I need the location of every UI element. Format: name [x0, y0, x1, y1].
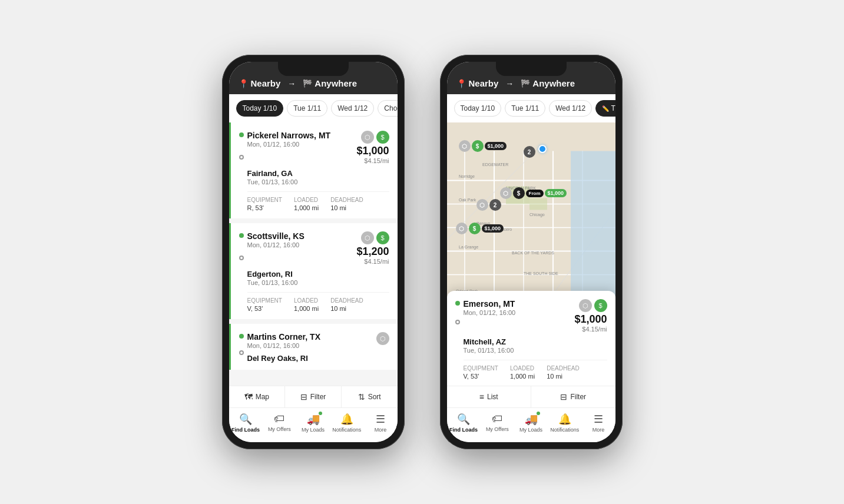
my-offers-label-1: My Offers — [268, 426, 291, 432]
sort-label-1: Sort — [368, 393, 381, 401]
phone-2-notch — [496, 62, 567, 76]
load-2-loaded-val: 1,000 mi — [294, 305, 319, 312]
more-icon-2: ☰ — [594, 413, 603, 426]
filter-btn-1[interactable]: ⊟ Filter — [285, 386, 342, 407]
map-card-dest: Mitchell, AZ — [464, 337, 607, 346]
tab-wed-2[interactable]: Wed 1/12 — [549, 100, 592, 117]
map-card-dollar-icon: $ — [594, 299, 607, 312]
load-1-per-mile: $4.15/mi — [356, 157, 389, 164]
tab-today-2[interactable]: Today 1/10 — [454, 100, 502, 117]
sort-btn-1[interactable]: ⇅ Sort — [342, 386, 398, 407]
notifications-label-1: Notifications — [332, 427, 361, 433]
bottom-nav-2: 🔍 Find Loads 🏷 My Offers 🚚 My Loads 🔔 No… — [447, 407, 615, 442]
load-1-loaded-label: Loaded — [294, 197, 319, 203]
more-label-1: More — [375, 427, 387, 433]
svg-text:La Grange: La Grange — [459, 245, 478, 250]
phone-2-screen: 📍 Nearby → 🏁 Anywhere Today 1/10 Tue 1/1… — [447, 62, 615, 442]
tab-choose-1[interactable]: Choose — [378, 100, 397, 117]
map-card-loaded-label: Loaded — [510, 365, 535, 372]
tab-tue-2[interactable]: Tue 1/11 — [505, 100, 545, 117]
load-list-1: Pickerel Narrows, MT Mon, 01/12, 16:00 ⬡… — [229, 122, 398, 386]
map-card-per-mile: $4.15/mi — [574, 326, 607, 333]
map-btn-1[interactable]: 🗺 Map — [229, 386, 286, 407]
my-loads-label-2: My Loads — [519, 427, 542, 433]
more-icon-1: ☰ — [376, 413, 385, 426]
load-1-equip-label: Equipment — [247, 197, 282, 203]
map-card-equip-label: Equipment — [464, 365, 498, 372]
svg-text:Oak Park: Oak Park — [459, 198, 476, 202]
nearby-btn-2[interactable]: 📍 Nearby — [456, 78, 499, 88]
notifications-icon-1: 🔔 — [340, 413, 353, 426]
nav-more-2[interactable]: ☰ More — [581, 413, 615, 433]
nearby-label-1: Nearby — [251, 78, 281, 88]
anywhere-label-2: Anywhere — [532, 78, 575, 88]
num-badge-2b: 2 — [489, 199, 501, 211]
anywhere-btn-1[interactable]: 🏁 Anywhere — [303, 78, 357, 88]
pencil-icon-tab: ✏️ — [602, 105, 609, 112]
load-2-dollar-icon: $ — [376, 231, 389, 244]
grey-badge-2: ⬡ — [500, 187, 512, 199]
svg-text:Chicago: Chicago — [529, 213, 545, 217]
load-2-loaded-label: Loaded — [294, 297, 319, 304]
svg-rect-17 — [529, 198, 547, 210]
load-2-dest-date: Tue, 01/13, 16:00 — [247, 279, 389, 286]
from-label: From — [526, 190, 544, 197]
tab-tue-1[interactable]: Tue 1/11 — [287, 100, 327, 117]
nav-my-loads-2[interactable]: 🚚 My Loads — [514, 413, 548, 433]
nav-my-loads-1[interactable]: 🚚 My Loads — [296, 413, 330, 433]
bottom-toolbar-2: ≡ List ⊟ Filter — [447, 386, 615, 407]
phone-2: 📍 Nearby → 🏁 Anywhere Today 1/10 Tue 1/1… — [440, 55, 623, 449]
load-2-origin: Scottsville, KS — [247, 231, 304, 241]
find-loads-icon-2: 🔍 — [457, 413, 470, 426]
load-1-deadhead-val: 10 mi — [330, 204, 363, 211]
my-loads-label-1: My Loads — [302, 427, 325, 433]
load-2-price: $1,200 — [356, 246, 389, 258]
nav-notifications-1[interactable]: 🔔 Notifications — [330, 413, 363, 433]
load-card-1[interactable]: Pickerel Narrows, MT Mon, 01/12, 16:00 ⬡… — [229, 122, 398, 218]
map-container-2[interactable]: Norridge EDGEWATER Oak Park LINCOLN PARK… — [447, 122, 615, 386]
map-location-dot — [538, 145, 547, 153]
map-pin-bottom-left[interactable]: ⬡ $ $1,000 — [456, 223, 504, 234]
nav-my-offers-2[interactable]: 🏷 My Offers — [481, 413, 514, 433]
green-badge-2: $ — [513, 187, 525, 199]
svg-text:THE SOUTH SIDE: THE SOUTH SIDE — [524, 271, 558, 276]
bottom-nav-1: 🔍 Find Loads 🏷 My Offers 🚚 My Loads 🔔 No… — [229, 407, 398, 442]
nav-find-loads-1[interactable]: 🔍 Find Loads — [229, 413, 263, 433]
list-btn-2[interactable]: ≡ List — [447, 386, 532, 407]
load-1-deadhead-label: Deadhead — [330, 197, 363, 203]
filter-icon-1: ⊟ — [300, 392, 307, 402]
load-1-dest-date: Tue, 01/13, 16:00 — [247, 178, 389, 185]
load-card-2[interactable]: Scottsville, KS Mon, 01/12, 16:00 ⬡ $ $1… — [229, 223, 398, 319]
my-offers-icon-1: 🏷 — [274, 413, 284, 425]
nav-more-1[interactable]: ☰ More — [363, 413, 397, 433]
map-card-dest-date: Tue, 01/13, 16:00 — [464, 347, 607, 354]
load-2-dest: Edgerton, RI — [247, 270, 389, 278]
blue-location-dot — [538, 145, 547, 153]
map-pin-mid-left[interactable]: ⬡ 2 — [476, 199, 501, 211]
nav-notifications-2[interactable]: 🔔 Notifications — [548, 413, 581, 433]
load-card-3[interactable]: Martins Corner, TX Mon, 01/12, 16:00 ⬡ D… — [229, 324, 398, 370]
load-3-origin-date: Mon, 01/12, 16:00 — [247, 342, 320, 349]
map-card-overlay[interactable]: Emerson, MT Mon, 01/12, 16:00 ⬡ $ $1,000… — [447, 291, 615, 386]
map-card-equip-val: V, 53' — [464, 373, 498, 380]
nav-find-loads-2[interactable]: 🔍 Find Loads — [447, 413, 481, 433]
flag-icon-1: 🏁 — [303, 79, 312, 88]
nearby-btn-1[interactable]: 📍 Nearby — [239, 78, 281, 88]
filter-label-1: Filter — [310, 393, 326, 401]
grey-badge-4: ⬡ — [456, 223, 468, 234]
map-pin-selected[interactable]: ⬡ $ From $1,000 — [500, 187, 567, 199]
map-pin-topleft[interactable]: ⬡ $ $1,000 — [459, 140, 507, 152]
tab-today-1[interactable]: Today 1/10 — [236, 100, 284, 117]
phone-1-notch — [278, 62, 349, 76]
date-tabs-1: Today 1/10 Tue 1/11 Wed 1/12 Choose — [229, 94, 398, 122]
tab-wed-1[interactable]: Wed 1/12 — [331, 100, 374, 117]
load-1-origin-date: Mon, 01/12, 16:00 — [247, 141, 331, 148]
green-badge-3: $ — [469, 223, 481, 234]
grey-badge-1: ⬡ — [459, 140, 471, 152]
tab-thurs-2[interactable]: ✏️ Thurs 1/13 — [595, 100, 615, 117]
map-pin-top-2[interactable]: 2 — [524, 146, 535, 158]
nav-my-offers-1[interactable]: 🏷 My Offers — [263, 413, 296, 433]
anywhere-btn-2[interactable]: 🏁 Anywhere — [521, 78, 575, 88]
load-1-grey-icon: ⬡ — [361, 131, 374, 144]
filter-btn-2[interactable]: ⊟ Filter — [531, 386, 615, 407]
